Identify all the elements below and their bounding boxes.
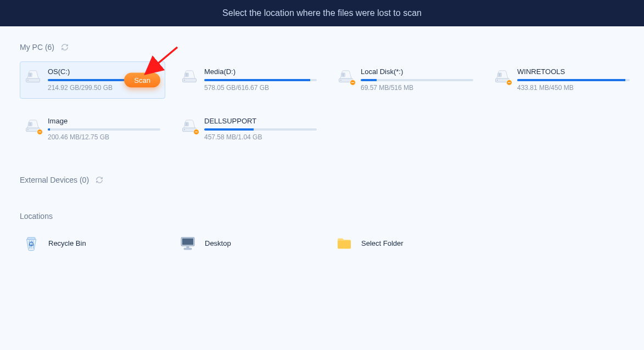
svg-point-5 [27, 80, 29, 81]
recycle-icon [22, 234, 41, 252]
drive-name: DELLSUPPORT [204, 117, 317, 125]
refresh-icon[interactable] [61, 43, 69, 51]
header-title: Select the location where the files were… [222, 8, 422, 18]
disk-icon [494, 67, 511, 84]
drive-card[interactable]: Image 200.46 MB/12.75 GB [20, 111, 165, 148]
locations-section-header: Locations [20, 212, 624, 221]
drive-name: Image [48, 117, 160, 125]
location-label: Recycle Bin [48, 239, 86, 247]
drive-card[interactable]: OS(C:) 214.92 GB/299.50 GB Scan [20, 61, 165, 99]
drive-size: 457.58 MB/1.04 GB [204, 133, 317, 141]
mypc-label: My PC (6) [20, 43, 54, 52]
location-label: Desktop [205, 239, 231, 247]
drive-usage-bar [517, 79, 630, 81]
drive-usage-bar [361, 79, 473, 81]
svg-point-29 [27, 129, 29, 131]
locations-label: Locations [20, 212, 53, 221]
drive-size: 69.57 MB/516 MB [361, 84, 473, 92]
disk-icon [25, 67, 41, 84]
svg-rect-40 [184, 248, 192, 250]
mypc-section-header: My PC (6) [20, 43, 624, 52]
drive-info: WINRETOOLS 433.81 MB/450 MB [517, 67, 630, 92]
svg-point-23 [497, 80, 498, 81]
drive-info: Local Disk(*:) 69.57 MB/516 MB [361, 67, 473, 92]
drive-name: WINRETOOLS [517, 67, 630, 76]
drive-usage-bar [204, 79, 317, 81]
drive-info: DELLSUPPORT 457.58 MB/1.04 GB [204, 117, 317, 141]
drive-card[interactable]: DELLSUPPORT 457.58 MB/1.04 GB [176, 111, 322, 148]
drive-name: Local Disk(*:) [361, 67, 473, 76]
external-label: External Devices (0) [20, 176, 89, 184]
disk-icon [25, 117, 41, 133]
drive-name: Media(D:) [204, 67, 317, 76]
locations-grid: Recycle Bin Desktop Select Folder [20, 230, 624, 256]
disk-icon [338, 67, 354, 84]
disk-icon [181, 117, 198, 133]
drive-card[interactable]: Local Disk(*:) 69.57 MB/516 MB [333, 61, 478, 99]
drive-usage-bar [48, 128, 160, 131]
svg-point-11 [184, 80, 185, 81]
svg-point-35 [184, 129, 185, 131]
drive-size: 578.05 GB/616.67 GB [204, 84, 317, 92]
main-content: My PC (6) OS(C:) 214.92 GB/299.50 GB Sca… [0, 26, 644, 272]
location-item-recycle[interactable]: Recycle Bin [20, 230, 165, 256]
desktop-icon [178, 234, 197, 252]
external-section-header: External Devices (0) [20, 176, 624, 184]
drive-usage-bar [204, 128, 317, 131]
svg-rect-36 [27, 238, 35, 239]
drive-info: Media(D:) 578.05 GB/616.67 GB [204, 67, 317, 92]
drive-card[interactable]: WINRETOOLS 433.81 MB/450 MB [489, 61, 635, 99]
disk-icon [181, 67, 198, 84]
drive-size: 200.46 MB/12.75 GB [48, 133, 160, 141]
location-label: Select Folder [361, 239, 404, 247]
svg-point-17 [340, 80, 341, 81]
svg-rect-39 [186, 246, 189, 248]
drive-info: Image 200.46 MB/12.75 GB [48, 117, 160, 141]
app-header: Select the location where the files were… [0, 0, 644, 26]
svg-rect-38 [182, 239, 193, 245]
drives-grid: OS(C:) 214.92 GB/299.50 GB Scan Media(D:… [20, 61, 624, 148]
folder-icon [335, 234, 354, 252]
location-item-folder[interactable]: Select Folder [333, 230, 478, 256]
scan-button[interactable]: Scan [124, 73, 160, 88]
drive-size: 433.81 MB/450 MB [517, 84, 630, 92]
drive-card[interactable]: Media(D:) 578.05 GB/616.67 GB [176, 61, 322, 99]
location-item-desktop[interactable]: Desktop [176, 230, 322, 256]
refresh-icon[interactable] [96, 176, 103, 184]
